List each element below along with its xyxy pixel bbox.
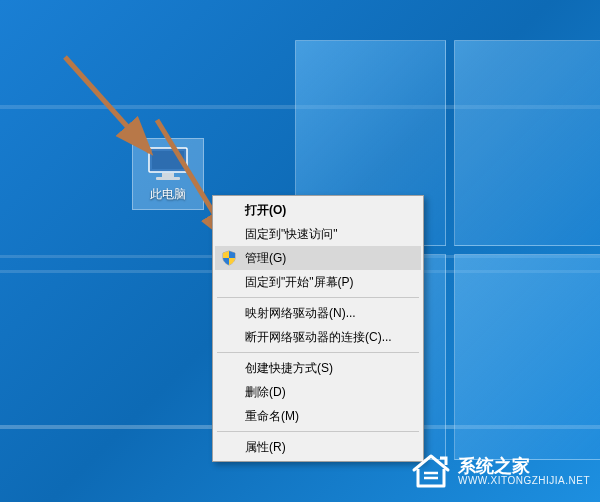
menu-item-pin-quick-access[interactable]: 固定到"快速访问" [215, 222, 421, 246]
menu-item-label: 创建快捷方式(S) [245, 360, 333, 377]
menu-item-label: 重命名(M) [245, 408, 299, 425]
menu-item-label: 固定到"快速访问" [245, 226, 338, 243]
menu-item-properties[interactable]: 属性(R) [215, 435, 421, 459]
watermark-logo-icon [410, 452, 452, 490]
watermark-url: WWW.XITONGZHIJIA.NET [458, 475, 590, 486]
menu-item-delete[interactable]: 删除(D) [215, 380, 421, 404]
menu-item-label: 打开(O) [245, 202, 286, 219]
menu-item-label: 固定到"开始"屏幕(P) [245, 274, 354, 291]
this-pc-label: 此电脑 [150, 186, 186, 203]
watermark: 系统之家 WWW.XITONGZHIJIA.NET [410, 452, 590, 490]
uac-shield-icon [221, 250, 237, 266]
menu-separator [217, 352, 419, 353]
menu-item-label: 属性(R) [245, 439, 286, 456]
svg-rect-1 [152, 151, 184, 169]
menu-item-label: 映射网络驱动器(N)... [245, 305, 356, 322]
menu-separator [217, 431, 419, 432]
menu-separator [217, 297, 419, 298]
menu-item-pin-start[interactable]: 固定到"开始"屏幕(P) [215, 270, 421, 294]
menu-item-disconnect-drive[interactable]: 断开网络驱动器的连接(C)... [215, 325, 421, 349]
menu-item-create-shortcut[interactable]: 创建快捷方式(S) [215, 356, 421, 380]
menu-item-label: 删除(D) [245, 384, 286, 401]
menu-item-label: 管理(G) [245, 250, 286, 267]
this-pc-desktop-icon[interactable]: 此电脑 [132, 138, 204, 210]
watermark-title: 系统之家 [458, 457, 590, 475]
svg-rect-2 [162, 173, 174, 177]
svg-rect-3 [156, 177, 180, 180]
menu-item-map-drive[interactable]: 映射网络驱动器(N)... [215, 301, 421, 325]
menu-item-open[interactable]: 打开(O) [215, 198, 421, 222]
menu-item-manage[interactable]: 管理(G) [215, 246, 421, 270]
context-menu: 打开(O) 固定到"快速访问" 管理(G) 固定到"开始"屏幕(P) 映射网络驱… [212, 195, 424, 462]
menu-item-rename[interactable]: 重命名(M) [215, 404, 421, 428]
computer-icon [146, 146, 190, 182]
menu-item-label: 断开网络驱动器的连接(C)... [245, 329, 392, 346]
